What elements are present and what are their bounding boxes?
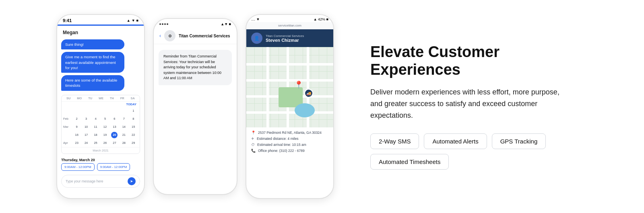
- chat-bubble-2: Give me a moment to find the earliest av…: [61, 52, 124, 73]
- phone3-info-section: 📍 2537 Piedmont Rd NE, Atlanta, GA 30324…: [246, 127, 333, 156]
- calendar-row-4: Apr 23 24 25 26 27 28 29: [62, 139, 140, 147]
- phone3-status-bar: .... ▼ ▲ 42% ■: [246, 15, 333, 22]
- calendar-today-label: TODAY: [126, 102, 136, 106]
- phone1-timeslots: 9:00AM - 12:00PM 9:00AM - 12:00PM: [57, 163, 144, 173]
- phone3-arrival-row: ⏱ Estimated arrival time: 10:15 am: [251, 143, 328, 147]
- phone2-contact-name: Titan Commercial Services: [179, 34, 230, 38]
- cal-month-feb: Feb: [63, 117, 72, 121]
- calendar-today-row: TODAY: [62, 102, 140, 107]
- feature-tag-alerts[interactable]: Automated Alerts: [424, 133, 487, 149]
- phone3-technician-name: Steven Chizmar: [266, 38, 328, 43]
- calendar-row-0: 1: [62, 107, 140, 115]
- sms-message-bubble: Reminder from Titan Commercial Services:…: [159, 50, 232, 85]
- chat-bubble-3: Here are some of the available timeslots: [61, 75, 124, 91]
- phone2-contact-icon: ⚙: [164, 30, 175, 41]
- feature-tag-sms[interactable]: 2-Way SMS: [370, 133, 419, 149]
- phone3-url-bar: servicetitan.com: [246, 22, 333, 29]
- calendar-header: SU MO TU WE TH FR SA: [62, 95, 140, 102]
- cal-month-mar: Mar: [63, 125, 72, 129]
- phone3-avatar: 👤: [251, 33, 262, 44]
- phone2-sms-content: Reminder from Titan Commercial Services:…: [154, 44, 237, 91]
- feature-tags-list: 2-Way SMS Automated Alerts GPS Tracking …: [370, 133, 572, 170]
- phone3-phone: Office phone: (310) 222 - 6789: [258, 149, 305, 153]
- feature-tag-timesheets[interactable]: Automated Timesheets: [370, 154, 449, 170]
- content-section: Elevate Customer Experiences Deliver mod…: [346, 35, 588, 178]
- map-truck-marker: 🚚: [304, 89, 313, 98]
- pin-icon: 📍: [251, 131, 256, 135]
- phone-icon: 📞: [251, 149, 256, 153]
- phone2-status-bar: ▲▼ ■: [154, 19, 237, 28]
- phone-gps: .... ▼ ▲ 42% ■ servicetitan.com 👤 Titan …: [246, 14, 334, 199]
- phone2-nav-bar: ‹ ⚙ Titan Commercial Services: [154, 28, 237, 44]
- clock-icon: ⏱: [251, 143, 255, 147]
- calendar-selected-day[interactable]: 20: [111, 132, 118, 138]
- map-view: 📍 🚚: [246, 47, 333, 127]
- phone1-date-label: Thursday, March 20: [57, 156, 144, 163]
- calendar-row-2: Mar 9 10 11 12 13 14 15: [62, 123, 140, 131]
- phone3-distance: Estimated distance: 4 miles: [257, 137, 298, 141]
- phone3-header-info: Titan Commercial Services Steven Chizmar: [266, 34, 328, 43]
- phone1-send-button[interactable]: ➤: [128, 177, 136, 185]
- phone2-status-right: ▲▼ ■: [221, 22, 231, 26]
- distance-icon: ✈: [251, 137, 254, 141]
- timeslot-2[interactable]: 9:00AM - 12:00PM: [97, 163, 130, 171]
- phone1-message-bar: Type your message here ➤: [61, 175, 140, 188]
- page-description: Deliver modern experiences with less eff…: [370, 86, 572, 121]
- map-road-h-1: [246, 63, 333, 66]
- phone3-company-name: Titan Commercial Services: [266, 34, 328, 38]
- phone3-signal: ▲ 42% ■: [314, 17, 328, 21]
- phone2-signal-dots: [159, 23, 168, 25]
- phone3-distance-row: ✈ Estimated distance: 4 miles: [251, 137, 328, 141]
- timeslot-1[interactable]: 9:00AM - 12:00PM: [61, 163, 95, 171]
- phone1-message-placeholder: Type your message here: [66, 179, 125, 183]
- map-road-h-4: [246, 111, 333, 114]
- page-container: 9:41 ▲ ▼ ■ Megan Sure thing! Give me a m…: [0, 0, 644, 213]
- map-road-h-2: [246, 79, 333, 82]
- map-road-v-1: [266, 47, 269, 127]
- page-title: Elevate Customer Experiences: [370, 43, 572, 78]
- phone1-chat-area: Sure thing! Give me a moment to find the…: [57, 37, 144, 93]
- phone2-back-icon[interactable]: ‹: [159, 33, 161, 39]
- feature-tag-gps[interactable]: GPS Tracking: [492, 133, 546, 149]
- phone3-dots: .... ▼: [251, 17, 260, 21]
- phone-sms: ▲▼ ■ ‹ ⚙ Titan Commercial Services Remin…: [153, 18, 237, 195]
- phone3-header-bar: 👤 Titan Commercial Services Steven Chizm…: [246, 29, 333, 47]
- phone1-accent-bar: [57, 25, 144, 26]
- phone1-status-bar: 9:41 ▲ ▼ ■: [57, 15, 144, 25]
- phone1-contact-name: Megan: [57, 28, 144, 37]
- map-lake: [295, 103, 315, 117]
- cal-month-apr: Apr: [63, 141, 72, 145]
- map-destination-pin: 📍: [294, 80, 303, 89]
- phone3-arrival: Estimated arrival time: 10:15 am: [257, 143, 306, 147]
- phone1-time: 9:41: [63, 18, 72, 23]
- phone1-status-icons: ▲ ▼ ■: [127, 18, 138, 23]
- calendar-row-3: 16 17 18 19 20 21 22: [62, 131, 140, 139]
- calendar-footer: March 2021: [62, 147, 140, 154]
- calendar-row-1: Feb 2 3 4 5 6 7 8: [62, 115, 140, 123]
- phone-chat-calendar: 9:41 ▲ ▼ ■ Megan Sure thing! Give me a m…: [56, 14, 145, 199]
- phone3-address: 2537 Piedmont Rd NE, Atlanta, GA 30324: [258, 131, 322, 135]
- chat-bubble-1: Sure thing!: [61, 39, 124, 49]
- calendar: SU MO TU WE TH FR SA TODAY: [61, 95, 140, 154]
- cal-days-0: 1: [72, 108, 138, 114]
- phone3-phone-row: 📞 Office phone: (310) 222 - 6789: [251, 149, 328, 153]
- phone3-address-row: 📍 2537 Piedmont Rd NE, Atlanta, GA 30324: [251, 131, 328, 135]
- phones-section: 9:41 ▲ ▼ ■ Megan Sure thing! Give me a m…: [56, 14, 334, 199]
